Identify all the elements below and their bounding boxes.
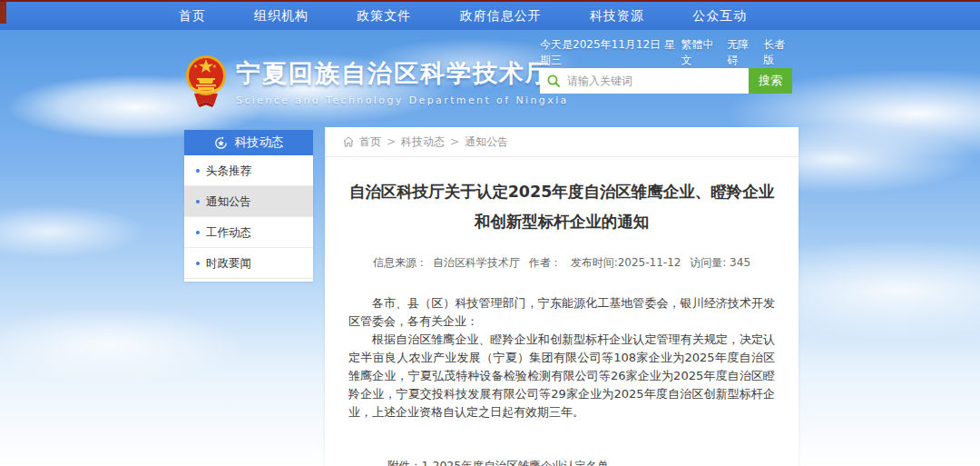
nav-item-home[interactable]: 首页 (179, 2, 206, 30)
article: 自治区科技厅关于认定2025年度自治区雏鹰企业、瞪羚企业 和创新型标杆企业的通知… (325, 177, 799, 466)
sidebar-title: 科技动态 (235, 134, 284, 151)
national-emblem-logo (185, 52, 227, 112)
article-paragraph: 各市、县（区）科技管理部门，宁东能源化工基地管委会，银川经济技术开发区管委会，各… (348, 294, 775, 331)
search-button[interactable]: 搜索 (749, 68, 792, 94)
article-title: 自治区科技厅关于认定2025年度自治区雏鹰企业、瞪羚企业 和创新型标杆企业的通知 (348, 177, 775, 237)
brand-text: 宁夏回族自治区科学技术厅 Science and Technology Depa… (236, 57, 569, 106)
top-navbar: 首页 组织机构 政策文件 政府信息公开 科技资源 公众互动 (0, 2, 980, 30)
top-navbar-items: 首页 组织机构 政策文件 政府信息公开 科技资源 公众互动 (154, 2, 771, 30)
nav-item-policy[interactable]: 政策文件 (357, 2, 411, 30)
article-title-line1: 自治区科技厅关于认定2025年度自治区雏鹰企业、瞪羚企业 (348, 177, 775, 207)
nav-item-gov-info[interactable]: 政府信息公开 (460, 2, 542, 30)
attachment-link-1[interactable]: 1.2025年度自治区雏鹰企业认定名单 (422, 458, 643, 466)
nav-item-organization[interactable]: 组织机构 (254, 2, 309, 30)
content-panel: 首页 > 科技动态 > 通知公告 自治区科技厅关于认定2025年度自治区雏鹰企业… (325, 127, 799, 466)
site-header: 宁夏回族自治区科学技术厅 Science and Technology Depa… (0, 30, 980, 130)
breadcrumb-separator: > (450, 135, 459, 148)
attachments-list: 1.2025年度自治区雏鹰企业认定名单 2.2025年度自治区瞪羚企业认定名单 … (422, 458, 643, 466)
article-paragraph: 根据自治区雏鹰企业、瞪羚企业和创新型标杆企业认定管理有关规定，决定认定半亩良人农… (348, 331, 775, 421)
link-traditional-chinese[interactable]: 繁體中文 (681, 37, 720, 68)
article-title-line2: 和创新型标杆企业的通知 (348, 207, 775, 237)
nav-item-resources[interactable]: 科技资源 (590, 2, 644, 30)
meta-source-label: 信息来源： (373, 256, 427, 269)
sidebar-header: 科技动态 (184, 130, 313, 155)
breadcrumb: 首页 > 科技动态 > 通知公告 (325, 127, 799, 157)
site-subtitle: Science and Technology Department of Nin… (236, 94, 569, 106)
link-elder-version[interactable]: 长者版 (763, 37, 792, 68)
site-brand[interactable]: 宁夏回族自治区科学技术厅 Science and Technology Depa… (185, 52, 569, 112)
article-meta: 信息来源：自治区科学技术厅 作者： 发布时间:2025-11-12 访问量: 3… (348, 255, 775, 271)
meta-visit-count: 访问量: 345 (690, 256, 750, 269)
meta-source-value: 自治区科学技术厅 (433, 256, 520, 269)
site-title: 宁夏回族自治区科学技术厅 (236, 57, 569, 90)
home-icon (343, 136, 354, 147)
search-icon (547, 74, 560, 87)
meta-publish-time: 发布时间:2025-11-12 (571, 256, 681, 269)
link-accessibility[interactable]: 无障碍 (727, 37, 756, 68)
top-red-strip (0, 0, 980, 2)
search-input[interactable] (540, 68, 749, 94)
sidebar-item-notices[interactable]: 通知公告 (184, 186, 313, 217)
top-left-red-artifact (0, 2, 6, 24)
breadcrumb-home[interactable]: 首页 (359, 134, 381, 150)
article-body: 各市、县（区）科技管理部门，宁东能源化工基地管委会，银川经济技术开发区管委会，各… (348, 294, 775, 421)
quick-links: 繁體中文 无障碍 长者版 (681, 37, 792, 68)
attachments-block: 附件： 1.2025年度自治区雏鹰企业认定名单 2.2025年度自治区瞪羚企业认… (348, 458, 775, 466)
search-bar: 搜索 (540, 68, 792, 94)
meta-author-label: 作者： (529, 256, 562, 269)
attachments-label: 附件： (387, 458, 422, 466)
breadcrumb-tech-news[interactable]: 科技动态 (401, 134, 445, 150)
search-box (540, 68, 749, 94)
sidebar: 科技动态 头条推荐 通知公告 工作动态 时政要闻 (184, 130, 313, 282)
breadcrumb-notices[interactable]: 通知公告 (465, 134, 508, 150)
page: 首页 组织机构 政策文件 政府信息公开 科技资源 公众互动 (0, 0, 980, 466)
header-meta-row: 今天是2025年11月12日 星期三 繁體中文 无障碍 长者版 (540, 45, 792, 60)
dynamic-star-icon (214, 136, 228, 150)
breadcrumb-separator: > (387, 135, 396, 148)
sidebar-item-work-news[interactable]: 工作动态 (184, 217, 313, 248)
sidebar-item-politics-news[interactable]: 时政要闻 (184, 248, 313, 279)
nav-item-interaction[interactable]: 公众互动 (692, 2, 747, 30)
header-utility: 今天是2025年11月12日 星期三 繁體中文 无障碍 长者版 搜索 (540, 45, 792, 94)
sidebar-item-headlines[interactable]: 头条推荐 (184, 155, 313, 186)
current-date: 今天是2025年11月12日 星期三 (540, 37, 681, 68)
